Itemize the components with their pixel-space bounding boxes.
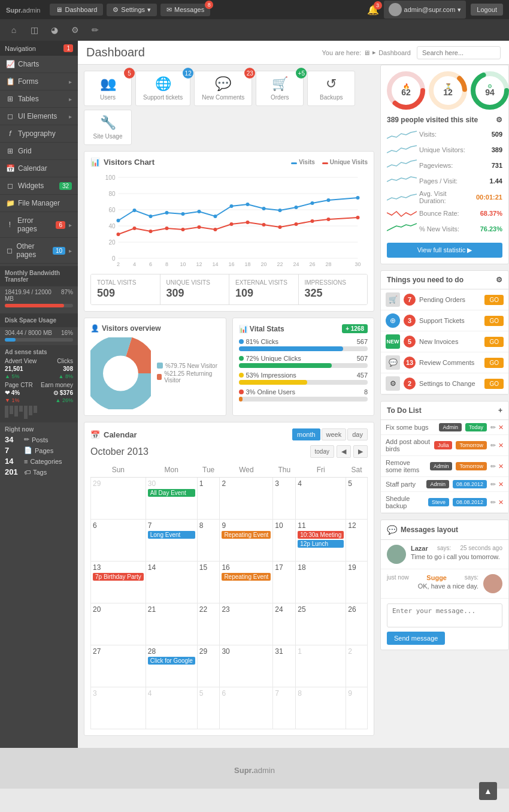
calendar-cell[interactable]: 5 [197,687,220,729]
calendar-cell[interactable]: 5 [346,478,368,520]
calendar-cell[interactable]: 29 [197,645,220,687]
calendar-cell[interactable]: 20 [91,603,146,645]
calendar-next-btn[interactable]: ▶ [353,445,368,458]
view-full-stats-btn[interactable]: View full statistic ▶ [387,243,502,258]
send-message-btn[interactable]: Send message [387,632,445,645]
tdl-del-1[interactable]: ✕ [498,442,504,449]
calendar-cell[interactable]: 29 [91,478,146,520]
tdl-del-4[interactable]: ✕ [498,499,504,506]
calendar-event[interactable]: Long Event [148,531,195,539]
calendar-cell[interactable]: 9 [346,687,368,729]
things-todo-gear[interactable]: ⚙ [496,276,502,284]
calendar-day-btn[interactable]: day [347,428,368,440]
calendar-cell[interactable]: 1 [296,645,346,687]
tdl-edit-3[interactable]: ✏ [490,481,496,488]
tdl-del-3[interactable]: ✕ [498,481,504,488]
calendar-month-btn[interactable]: month [292,428,320,440]
calendar-event[interactable]: Repeating Event [222,573,271,581]
tdl-del-2[interactable]: ✕ [498,463,504,470]
logout-button[interactable]: Logout [471,4,503,16]
calendar-cell[interactable]: 3 [273,478,296,520]
tdl-del-0[interactable]: ✕ [498,424,504,431]
sidebar-item-charts[interactable]: 📈 Charts [0,56,78,73]
go-new-invoices[interactable]: GO [484,337,504,347]
home-icon[interactable]: ⌂ [5,22,23,38]
calendar-today-btn[interactable]: today [310,445,334,458]
tdl-edit-0[interactable]: ✏ [490,424,496,431]
calendar-cell[interactable]: 6 [220,687,273,729]
calendar-cell[interactable]: 9Repeating Event [220,520,273,562]
chart-icon[interactable]: ◕ [46,22,63,38]
tdl-edit-1[interactable]: ✏ [490,442,496,449]
go-support-tickets[interactable]: GO [484,316,504,326]
calendar-cell[interactable]: 26 [346,603,368,645]
calendar-cell[interactable]: 16Repeating Event [220,562,273,603]
stat-backups[interactable]: ↺ Backups [307,71,355,106]
calendar-cell[interactable]: 10 [273,520,296,562]
calendar-event[interactable]: 7p Birthday Party [93,573,144,581]
stat-support[interactable]: 12 🌐 Support tickets [135,71,190,106]
tdl-edit-2[interactable]: ✏ [490,463,496,470]
settings-nav-btn[interactable]: ⚙ Settings ▾ [107,4,157,16]
edit-icon[interactable]: ✏ [86,22,104,38]
calendar-cell[interactable]: 4 [296,478,346,520]
tdl-edit-4[interactable]: ✏ [490,499,496,506]
site-stats-gear-icon[interactable]: ⚙ [496,116,502,124]
calendar-event[interactable]: 10:30a Meeting [298,531,344,539]
calendar-cell[interactable]: 19 [346,562,368,603]
calendar-cell[interactable]: 2 [346,645,368,687]
calendar-cell[interactable]: 30All Day Event [146,478,197,520]
calendar-cell[interactable]: 1110:30a Meeting12p Lunch [296,520,346,562]
calendar-event[interactable]: Repeating Event [222,531,271,539]
calendar-cell[interactable]: 15 [197,562,220,603]
sidebar-item-tables[interactable]: ⊞ Tables ▸ [0,90,78,108]
stat-site-usage[interactable]: 🔧 Site Usage [84,110,132,145]
sidebar-item-typography[interactable]: f Typography [0,125,78,143]
sidebar-item-forms[interactable]: 📋 Forms ▸ [0,73,78,90]
stat-users[interactable]: 5 👥 Users [84,71,132,106]
admin-menu-btn[interactable]: admin@supr.com ▾ [384,1,466,19]
calendar-cell[interactable]: 3 [91,687,146,729]
sidebar-item-calendar[interactable]: 📅 Calendar [0,160,78,177]
calendar-cell[interactable]: 28Click for Google [146,645,197,687]
calendar-cell[interactable]: 2 [220,478,273,520]
calendar-cell[interactable]: 18 [296,562,346,603]
calendar-cell[interactable]: 17 [273,562,296,603]
calendar-cell[interactable]: 1 [197,478,220,520]
notification-icon[interactable]: 🔔 3 [367,4,379,16]
sidebar-item-error-pages[interactable]: ! Error pages 6 ▸ [0,212,78,238]
calendar-cell[interactable]: 8 [197,520,220,562]
calendar-cell[interactable]: 6 [91,520,146,562]
message-input[interactable] [387,603,502,627]
go-settings-change[interactable]: GO [484,379,504,389]
search-input[interactable] [417,46,501,59]
calendar-event[interactable]: Click for Google [148,657,195,665]
sidebar-item-other-pages[interactable]: ◻ Other pages 10 ▸ [0,238,78,264]
messages-nav-btn[interactable]: ✉ Messages 8 [160,4,210,16]
sidebar-item-file-manager[interactable]: 📁 File Manager [0,195,78,212]
calendar-week-btn[interactable]: week [322,428,347,440]
calendar-prev-btn[interactable]: ◀ [337,445,351,458]
calendar-cell[interactable]: 23 [220,603,273,645]
calendar-cell[interactable]: 27 [91,645,146,687]
add-todo-icon[interactable]: + [498,406,502,415]
go-pending-orders[interactable]: GO [484,295,504,305]
sidebar-item-grid[interactable]: ⊞ Grid [0,143,78,160]
calendar-cell[interactable]: 24 [273,603,296,645]
calendar-cell[interactable]: 12 [346,520,368,562]
calendar-cell[interactable]: 7 [273,687,296,729]
go-review-comments[interactable]: GO [484,358,504,368]
layers-icon[interactable]: ◫ [25,22,43,38]
calendar-cell[interactable]: 31 [273,645,296,687]
dashboard-nav-btn[interactable]: 🖥 Dashboard [50,4,103,16]
calendar-cell[interactable]: 25 [296,603,346,645]
calendar-cell[interactable]: 137p Birthday Party [91,562,146,603]
calendar-cell[interactable]: 21 [146,603,197,645]
sidebar-item-ui-elements[interactable]: ◻ UI Elements ▸ [0,108,78,125]
calendar-cell[interactable]: 7Long Event [146,520,197,562]
sidebar-item-widgets[interactable]: ◻ Widgets 32 [0,177,78,195]
calendar-event[interactable]: 12p Lunch [298,540,344,548]
calendar-cell[interactable]: 22 [197,603,220,645]
calendar-cell[interactable]: 4 [146,687,197,729]
scroll-to-top-btn[interactable]: ▲ [479,782,497,800]
